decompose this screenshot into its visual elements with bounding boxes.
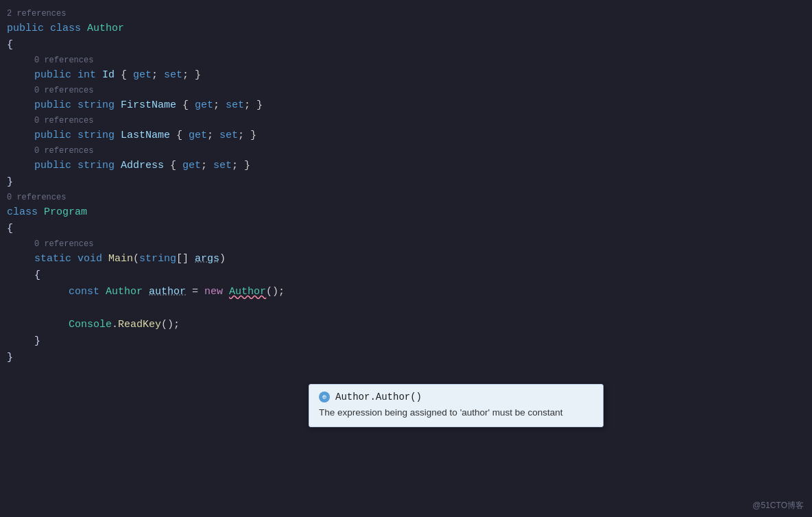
meta-line: 0 references xyxy=(0,53,812,67)
code-line: public string LastName { get; set; } xyxy=(0,128,812,144)
references-text: 2 references xyxy=(7,7,66,21)
code-line-class-program: class Program xyxy=(0,204,812,221)
code-line-empty xyxy=(0,300,812,317)
code-line: public class Author xyxy=(0,21,812,37)
watermark: @51CTO博客 xyxy=(752,500,804,512)
code-line-main: static void Main(string[] args) xyxy=(0,251,812,267)
meta-line: 0 references xyxy=(0,144,812,158)
tooltip-body: The expression being assigned to 'author… xyxy=(319,407,593,420)
keyword-class: class xyxy=(50,21,87,37)
code-line-close-brace: } xyxy=(0,174,812,191)
tooltip-method: Author.Author() xyxy=(335,392,422,402)
code-editor: 2 references public class Author { 0 ref… xyxy=(0,0,812,517)
var-author: author xyxy=(149,284,186,300)
code-line-brace: { xyxy=(0,37,812,53)
type-author-squiggly: Author xyxy=(229,284,266,300)
meta-line: 0 references xyxy=(0,84,812,97)
tooltip-header: ⊕ Author.Author() xyxy=(319,392,593,402)
error-tooltip: ⊕ Author.Author() The expression being a… xyxy=(309,384,604,427)
type-author: Author xyxy=(87,21,124,37)
code-line: public string FirstName { get; set; } xyxy=(0,97,812,114)
code-line-outer-close: } xyxy=(0,350,812,366)
tooltip-icon: ⊕ xyxy=(319,392,330,402)
code-line-brace: { xyxy=(0,267,812,284)
code-line-brace: { xyxy=(0,221,812,237)
param-args: args xyxy=(195,251,219,267)
type-program: Program xyxy=(44,204,87,221)
meta-line: 0 references xyxy=(0,191,812,204)
keyword-public: public xyxy=(7,21,50,37)
code-line: public string Address { get; set; } xyxy=(0,158,812,174)
code-line-readkey: Console.ReadKey(); xyxy=(0,317,812,333)
meta-line: 0 references xyxy=(0,114,812,128)
keyword-class: class xyxy=(7,204,44,221)
code-line-const: const Author author = new Author(); xyxy=(0,284,812,300)
code-line-inner-close: } xyxy=(0,333,812,350)
meta-line: 0 references xyxy=(0,237,812,251)
references-line: 2 references xyxy=(0,7,812,21)
code-line: public int Id { get; set; } xyxy=(0,67,812,84)
